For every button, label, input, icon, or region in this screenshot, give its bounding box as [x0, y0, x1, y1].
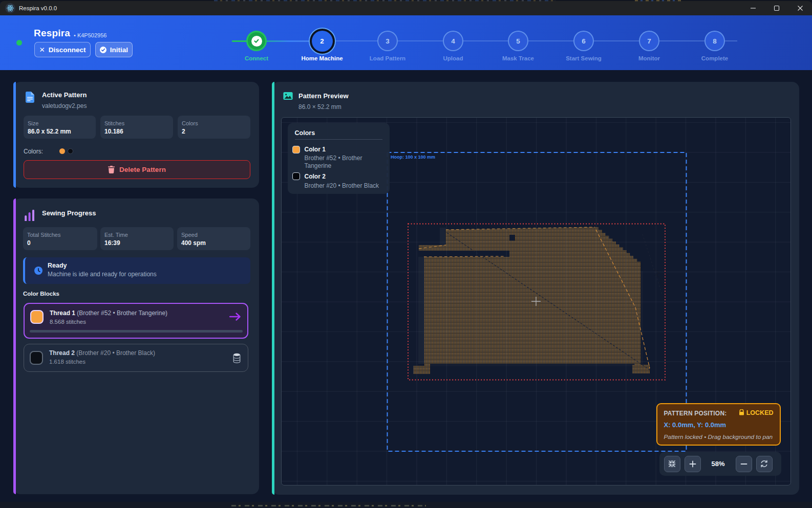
svg-text:Hoop: 100 x 100 mm: Hoop: 100 x 100 mm	[391, 154, 435, 160]
